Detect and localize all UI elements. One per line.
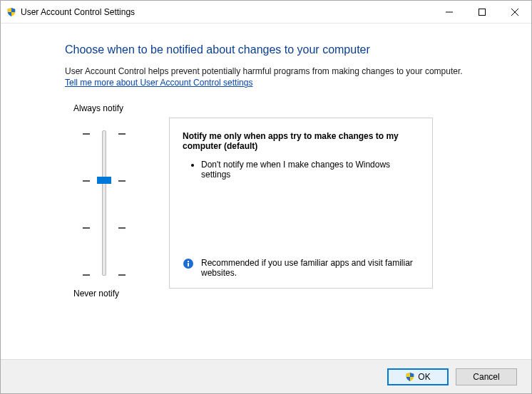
panel-footer-text: Recommended if you use familiar apps and… <box>201 258 419 278</box>
slider-tick <box>83 227 126 229</box>
slider-top-label: Always notify <box>65 103 123 113</box>
slider-thumb[interactable] <box>97 177 111 184</box>
title-bar: User Account Control Settings <box>1 1 531 24</box>
ok-button-label: OK <box>418 372 430 382</box>
close-button[interactable] <box>498 1 531 24</box>
shield-icon <box>6 7 16 17</box>
panel-footer: Recommended if you use familiar apps and… <box>183 252 419 278</box>
panel-bullet: Don't notify me when I make changes to W… <box>201 160 419 180</box>
slider-tick <box>83 274 126 276</box>
content-area: Choose when to be notified about changes… <box>1 24 531 359</box>
info-icon <box>183 258 194 269</box>
shield-icon <box>405 372 415 382</box>
svg-rect-6 <box>188 261 189 262</box>
ok-button[interactable]: OK <box>387 368 449 385</box>
page-heading: Choose when to be notified about changes… <box>65 43 493 56</box>
maximize-button[interactable] <box>466 1 498 24</box>
svg-rect-1 <box>479 9 486 15</box>
notification-slider[interactable] <box>83 125 126 281</box>
slider-tick <box>83 133 126 135</box>
svg-rect-5 <box>188 263 189 266</box>
slider-groove <box>102 130 106 276</box>
cancel-button[interactable]: Cancel <box>456 368 517 385</box>
slider-bottom-label: Never notify <box>65 289 119 299</box>
cancel-button-label: Cancel <box>473 372 499 382</box>
panel-title: Notify me only when apps try to make cha… <box>183 131 419 151</box>
window-title: User Account Control Settings <box>21 7 135 17</box>
page-description: User Account Control helps prevent poten… <box>65 66 493 76</box>
description-panel: Notify me only when apps try to make cha… <box>169 118 433 289</box>
help-link[interactable]: Tell me more about User Account Control … <box>65 78 252 88</box>
button-bar: OK Cancel <box>1 359 531 393</box>
slider-column: Always notify Never notify <box>65 103 143 299</box>
minimize-button[interactable] <box>433 1 466 24</box>
